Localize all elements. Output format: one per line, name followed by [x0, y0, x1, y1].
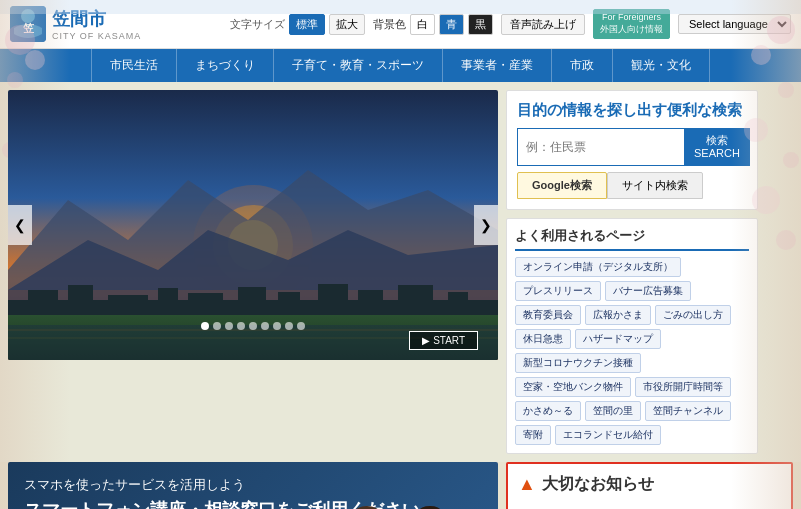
- popular-tag[interactable]: バナー広告募集: [605, 281, 691, 301]
- nav-item-tourism[interactable]: 観光・文化: [613, 49, 710, 82]
- dot-4[interactable]: [237, 322, 245, 330]
- bg-black-button[interactable]: 黒: [468, 14, 493, 35]
- popular-tag[interactable]: 広報かさま: [585, 305, 651, 325]
- promo-banner: ❮ スマホを使ったサービスを活用しよう スマートフォン講座・相談窓口をご利用くだ…: [8, 462, 498, 509]
- slideshow-area: ❮ ❯ ▶ START: [8, 90, 498, 454]
- slide-dots: [201, 322, 305, 330]
- svg-rect-24: [278, 292, 300, 305]
- nav-item-business[interactable]: 事業者・産業: [443, 49, 552, 82]
- nav-item-town[interactable]: まちづくり: [177, 49, 274, 82]
- svg-point-37: [783, 152, 799, 168]
- popular-tag[interactable]: ハザードマップ: [575, 329, 661, 349]
- dot-7[interactable]: [273, 322, 281, 330]
- search-tabs: Google検索 サイト内検索: [517, 172, 747, 199]
- bg-color-label: 背景色: [373, 17, 406, 32]
- popular-tag[interactable]: かさめ～る: [515, 401, 581, 421]
- popular-tag[interactable]: 空家・空地バンク物件: [515, 377, 631, 397]
- svg-rect-21: [158, 288, 178, 305]
- svg-text:笠: 笠: [23, 22, 34, 34]
- google-search-tab[interactable]: Google検索: [517, 172, 607, 199]
- popular-section: よく利用されるページ オンライン申請（デジタル支所）プレスリリースバナー広告募集…: [506, 218, 758, 454]
- svg-point-35: [778, 82, 794, 98]
- slideshow-prev-button[interactable]: ❮: [8, 205, 32, 245]
- popular-tag[interactable]: 新型コロナウクチン接種: [515, 353, 641, 373]
- bg-white-button[interactable]: 白: [410, 14, 435, 35]
- slideshow-next-button[interactable]: ❯: [474, 205, 498, 245]
- popular-tag[interactable]: 寄附: [515, 425, 551, 445]
- cloud-decoration: [0, 0, 801, 14]
- bg-controls: 背景色 白 青 黒: [373, 14, 493, 35]
- notice-title: ▲ 大切なお知らせ: [518, 474, 781, 495]
- search-box: 目的の情報を探し出す便利な検索 検索SEARCH Google検索 サイト内検索: [506, 90, 758, 210]
- promo-line1: スマホを使ったサービスを活用しよう: [24, 476, 482, 494]
- font-size-label: 文字サイズ: [230, 17, 285, 32]
- font-size-controls: 文字サイズ 標準 拡大: [230, 14, 365, 35]
- popular-tag[interactable]: エコランドセル給付: [555, 425, 661, 445]
- bottom-section: ❮ スマホを使ったサービスを活用しよう スマートフォン講座・相談窓口をご利用くだ…: [0, 462, 801, 509]
- search-input-row: 検索SEARCH: [517, 128, 747, 166]
- svg-rect-26: [358, 290, 383, 305]
- nav-item-childcare[interactable]: 子育て・教育・スポーツ: [274, 49, 443, 82]
- search-button[interactable]: 検索SEARCH: [684, 128, 750, 166]
- nav-item-civic[interactable]: 市民生活: [91, 49, 177, 82]
- svg-rect-27: [398, 285, 433, 305]
- slideshow: ❮ ❯ ▶ START: [8, 90, 498, 360]
- main-content: ❮ ❯ ▶ START 目的の情報を探し出す便利な検索: [0, 82, 801, 462]
- dot-6[interactable]: [261, 322, 269, 330]
- dot-2[interactable]: [213, 322, 221, 330]
- search-title: 目的の情報を探し出す便利な検索: [517, 101, 747, 120]
- svg-rect-23: [238, 287, 266, 305]
- dot-9[interactable]: [297, 322, 305, 330]
- popular-tag[interactable]: 笠間チャンネル: [645, 401, 731, 421]
- site-search-tab[interactable]: サイト内検索: [607, 172, 703, 199]
- sidebar: 目的の情報を探し出す便利な検索 検索SEARCH Google検索 サイト内検索…: [498, 90, 758, 454]
- dot-1[interactable]: [201, 322, 209, 330]
- popular-title: よく利用されるページ: [515, 227, 749, 251]
- svg-point-39: [776, 230, 796, 250]
- person1-illustration: [340, 502, 395, 509]
- svg-rect-20: [108, 295, 148, 305]
- svg-rect-25: [318, 284, 348, 305]
- warning-icon: ▲: [518, 474, 536, 495]
- popular-tag[interactable]: プレスリリース: [515, 281, 601, 301]
- person2-illustration: [403, 502, 458, 509]
- font-normal-button[interactable]: 標準: [289, 14, 325, 35]
- popular-tag[interactable]: オンライン申請（デジタル支所）: [515, 257, 681, 277]
- dot-5[interactable]: [249, 322, 257, 330]
- svg-rect-28: [448, 292, 468, 305]
- search-input[interactable]: [517, 128, 684, 166]
- svg-rect-18: [28, 290, 58, 305]
- font-large-button[interactable]: 拡大: [329, 14, 365, 35]
- city-name-en: CITY OF KASAMA: [52, 31, 141, 41]
- popular-tag[interactable]: 教育委員会: [515, 305, 581, 325]
- popular-tag[interactable]: 休日急患: [515, 329, 571, 349]
- svg-rect-22: [188, 293, 223, 305]
- notice-box: ▲ 大切なお知らせ: [506, 462, 793, 509]
- main-nav: 市民生活 まちづくり 子育て・教育・スポーツ 事業者・産業 市政 観光・文化: [0, 49, 801, 82]
- nav-item-city[interactable]: 市政: [552, 49, 613, 82]
- popular-tag[interactable]: 笠間の里: [585, 401, 641, 421]
- popular-tag[interactable]: ごみの出し方: [655, 305, 731, 325]
- svg-rect-19: [68, 285, 93, 305]
- voice-button[interactable]: 音声読み上げ: [501, 14, 585, 35]
- slideshow-start-button[interactable]: ▶ START: [409, 331, 478, 350]
- dot-8[interactable]: [285, 322, 293, 330]
- dot-3[interactable]: [225, 322, 233, 330]
- tag-grid: オンライン申請（デジタル支所）プレスリリースバナー広告募集教育委員会広報かさまご…: [515, 257, 749, 445]
- popular-tag[interactable]: 市役所開庁時間等: [635, 377, 731, 397]
- bg-blue-button[interactable]: 青: [439, 14, 464, 35]
- language-select[interactable]: Select language: [678, 14, 791, 34]
- notice-title-text: 大切なお知らせ: [542, 474, 654, 495]
